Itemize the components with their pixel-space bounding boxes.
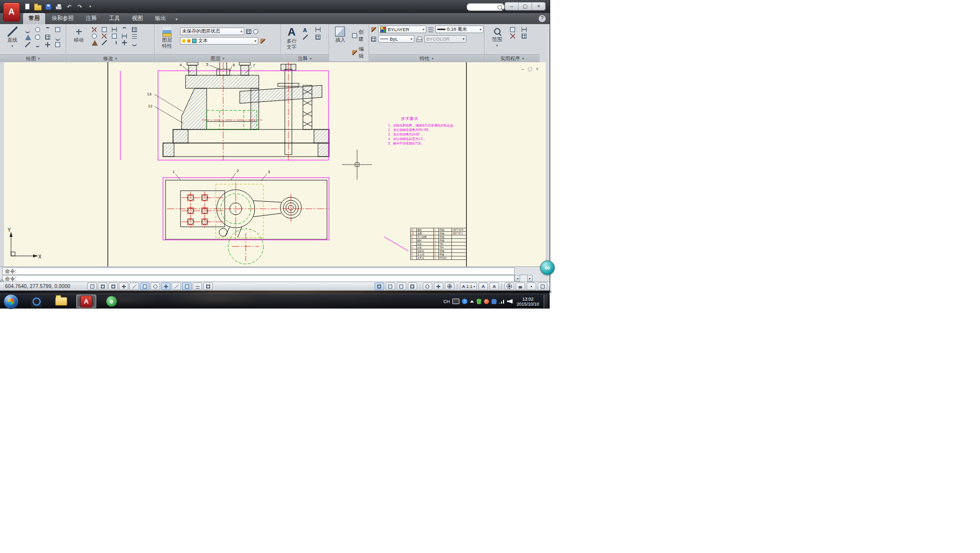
tab-view[interactable]: 视图	[126, 13, 148, 24]
clean-screen-button[interactable]	[538, 283, 547, 290]
break-icon[interactable]	[122, 40, 127, 45]
osnap-toggle[interactable]	[140, 283, 149, 290]
color-combo[interactable]: BYLAYER ▾	[378, 26, 426, 33]
explode-icon[interactable]	[92, 40, 98, 46]
edit-block-button[interactable]: 编辑	[352, 46, 367, 60]
taskbar-browser[interactable]: e	[102, 295, 121, 308]
clock[interactable]: 13:02 2015/10/10	[517, 297, 539, 307]
taskbar-app-im[interactable]	[27, 295, 46, 308]
construction-line-icon[interactable]	[25, 42, 30, 47]
undo-button[interactable]: ↶	[65, 3, 73, 11]
lineweight-combo[interactable]: 0.18 毫米 ▾	[435, 26, 483, 33]
trim-icon[interactable]	[102, 34, 107, 39]
floating-ball[interactable]: 60	[540, 260, 555, 275]
layer-state-combo[interactable]: 未保存的图层状态▾	[180, 28, 244, 35]
alert-tray-icon[interactable]	[484, 299, 489, 304]
array-icon[interactable]	[132, 27, 137, 32]
table-icon[interactable]	[315, 35, 320, 40]
panel-label-modify[interactable]: 修改▾	[66, 54, 154, 62]
otrack-toggle[interactable]	[161, 283, 171, 290]
input-help-icon[interactable]: ?	[462, 299, 467, 304]
layer-combo[interactable]: 文本 ▾	[180, 37, 258, 45]
annotation-visibility-button[interactable]: A	[478, 283, 488, 290]
layer-match-icon[interactable]	[246, 29, 251, 34]
start-button[interactable]	[4, 294, 19, 309]
tab-block-reference[interactable]: 块和参照	[46, 13, 79, 24]
grid-toggle[interactable]	[108, 283, 118, 290]
language-indicator[interactable]: CH	[443, 299, 450, 304]
fillet-icon[interactable]	[122, 27, 127, 32]
measure-icon[interactable]	[522, 27, 527, 32]
qat-dropdown-button[interactable]: ▾	[86, 3, 94, 11]
keyboard-icon[interactable]	[452, 299, 459, 304]
properties-list-icon[interactable]	[371, 37, 376, 42]
taskbar-explorer[interactable]	[52, 295, 71, 308]
panel-label-draw[interactable]: 绘图▾	[0, 54, 66, 62]
stretch-icon[interactable]	[122, 34, 127, 39]
minimize-button[interactable]: –	[505, 3, 519, 10]
layout-button[interactable]	[386, 283, 395, 290]
doc-close-button[interactable]: ×	[536, 66, 539, 72]
taskbar-autocad[interactable]: A	[76, 295, 96, 308]
quick-view-layouts-button[interactable]	[397, 283, 406, 290]
calculator-icon[interactable]	[522, 34, 527, 39]
edit-polyline-icon[interactable]	[132, 40, 137, 46]
volume-icon[interactable]	[507, 299, 513, 304]
chamfer-icon[interactable]	[112, 40, 117, 45]
tab-output[interactable]: 输出	[149, 13, 172, 24]
plot-button[interactable]	[55, 3, 63, 11]
network-icon[interactable]	[499, 299, 505, 304]
create-block-button[interactable]: 创建	[352, 29, 367, 43]
plot-style-combo[interactable]: BYCOLOR ▾	[424, 35, 466, 43]
ortho-toggle[interactable]	[119, 283, 128, 290]
paste-icon[interactable]	[510, 27, 515, 32]
erase-icon[interactable]	[92, 27, 97, 32]
tab-annotate[interactable]: 注释	[80, 13, 102, 24]
tray-expand-icon[interactable]	[470, 300, 474, 303]
doc-restore-button[interactable]: ▢	[528, 66, 532, 72]
quick-view-drawings-button[interactable]	[408, 283, 417, 290]
mirror-icon[interactable]	[112, 27, 117, 32]
circle-icon[interactable]	[35, 27, 40, 32]
snap-toggle[interactable]	[98, 283, 107, 290]
show-desktop-button[interactable]	[544, 295, 548, 308]
search-input[interactable]	[469, 4, 498, 10]
panel-label-layers[interactable]: 图层▾	[154, 54, 280, 62]
text-style-icon[interactable]: A	[303, 27, 314, 33]
rotate-icon[interactable]	[92, 34, 97, 39]
arc-icon[interactable]	[45, 27, 50, 32]
scale-icon[interactable]	[112, 34, 117, 39]
open-button[interactable]	[34, 3, 42, 11]
restore-button[interactable]: ▢	[519, 3, 532, 10]
help-button[interactable]: ?	[539, 15, 546, 22]
point-icon[interactable]	[45, 42, 50, 47]
line-tool-button[interactable]: 直线 ▾	[2, 26, 23, 49]
ellipse-icon[interactable]	[35, 35, 40, 40]
annotation-autoscale-button[interactable]: A	[489, 283, 499, 290]
status-menu-button[interactable]: ▾	[527, 283, 536, 290]
app-tray-icon[interactable]	[492, 299, 497, 304]
command-scroll-left-button[interactable]: ◂	[515, 275, 520, 282]
copy-icon[interactable]	[102, 27, 107, 32]
security-shield-icon[interactable]	[476, 299, 481, 304]
linear-dimension-icon[interactable]	[315, 27, 320, 32]
tab-home[interactable]: 常用	[23, 13, 45, 24]
rectangle-icon[interactable]	[55, 27, 60, 32]
tab-tools[interactable]: 工具	[103, 13, 125, 24]
redo-button[interactable]: ↷	[76, 3, 84, 11]
move-tool-button[interactable]: 移动	[68, 26, 89, 43]
polar-toggle[interactable]	[129, 283, 139, 290]
workspace-switch-button[interactable]	[505, 283, 514, 290]
quick-select-icon[interactable]	[510, 34, 515, 39]
multiline-text-button[interactable]: A 多行 文字	[283, 26, 300, 50]
new-button[interactable]	[23, 3, 31, 11]
lineweight-toggle[interactable]	[193, 283, 202, 290]
revision-cloud-icon[interactable]	[35, 42, 40, 47]
zoom-extents-button[interactable]: 范围 ▾	[486, 26, 508, 48]
panel-label-utilities[interactable]: 实用程序▾	[484, 54, 540, 62]
ribbon-minimize-button[interactable]: ▾	[176, 17, 178, 24]
panel-label-properties[interactable]: 特性▾	[369, 54, 484, 62]
linetype-combo[interactable]: ByL ▾	[378, 35, 414, 43]
model-space-button[interactable]	[375, 283, 384, 290]
infer-constraints-toggle[interactable]	[87, 283, 97, 290]
